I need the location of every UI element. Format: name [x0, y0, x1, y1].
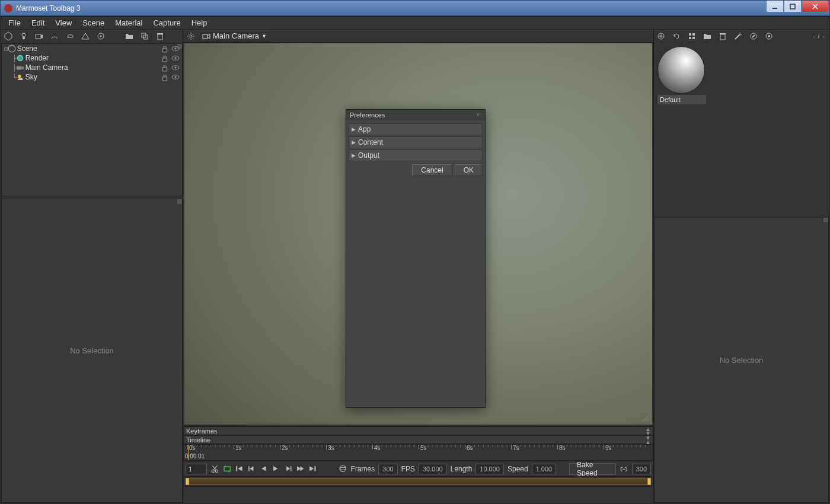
timeline-header[interactable]: Timeline ▼▲ [183, 435, 653, 444]
hierarchy-item[interactable]: ├ Render [2, 53, 182, 63]
window-minimize-button[interactable] [766, 1, 784, 12]
delete-icon[interactable] [718, 31, 727, 41]
prefs-section-output[interactable]: ▶Output [349, 149, 483, 161]
menu-edit[interactable]: Edit [27, 17, 49, 28]
cancel-button[interactable]: Cancel [412, 164, 452, 176]
material-swatch[interactable] [657, 46, 705, 94]
marker-icon[interactable] [749, 31, 758, 41]
hierarchy-item[interactable]: └ Sky [2, 72, 182, 82]
length-input[interactable]: 10.000 [475, 464, 504, 474]
scroll-handle[interactable] [823, 218, 828, 222]
add-sky-icon[interactable] [81, 31, 90, 41]
menu-help[interactable]: Help [187, 17, 212, 28]
sphere-icon[interactable] [339, 464, 347, 474]
scroll-handle[interactable] [177, 199, 182, 204]
sky-icon [16, 74, 24, 81]
timeline-track[interactable] [183, 476, 653, 487]
refresh-icon[interactable] [672, 31, 681, 41]
menu-file[interactable]: File [4, 17, 25, 28]
svg-point-18 [174, 57, 177, 59]
fps-input[interactable]: 30.000 [419, 464, 447, 474]
play-icon[interactable] [272, 464, 280, 474]
hierarchy-item-label: Sky [25, 73, 37, 81]
grid-icon[interactable] [687, 31, 697, 41]
visibility-icon[interactable] [171, 54, 180, 62]
menu-scene[interactable]: Scene [78, 17, 109, 28]
lock-icon[interactable] [161, 63, 169, 72]
camera-selector[interactable]: Main Camera ▼ [199, 30, 270, 42]
svg-point-15 [17, 55, 23, 60]
timeline-panel: Keyframes ▲▼ Timeline ▼▲ 0:00.01 0s1s2s3… [183, 426, 653, 503]
bake-frames-input[interactable]: 300 [632, 464, 651, 474]
expand-icon: ▶ [352, 126, 356, 132]
add-mesh-icon[interactable] [4, 31, 13, 41]
lock-icon[interactable] [161, 54, 169, 62]
preferences-titlebar[interactable]: Preferences × [346, 110, 485, 120]
folder-icon[interactable] [703, 31, 712, 41]
skip-start-icon[interactable] [235, 464, 244, 474]
frames-input[interactable]: 300 [378, 464, 397, 474]
menu-capture[interactable]: Capture [148, 17, 185, 28]
menu-material[interactable]: Material [110, 17, 147, 28]
add-shadow-icon[interactable] [50, 31, 59, 41]
viewport-settings-icon[interactable] [187, 32, 195, 40]
playhead-time: 0:00.01 [185, 453, 205, 460]
current-frame-input[interactable]: 1 [186, 464, 207, 474]
collapse-icon[interactable]: ▲▼ [645, 427, 651, 435]
lock-icon[interactable] [161, 44, 169, 53]
chevron-down-icon: ▼ [261, 33, 267, 39]
resize-handle-icon[interactable] [641, 414, 650, 422]
add-camera-icon[interactable] [34, 31, 44, 41]
keyframes-header[interactable]: Keyframes ▲▼ [183, 426, 653, 435]
next-frame-icon[interactable] [284, 464, 293, 474]
ok-button[interactable]: OK [455, 164, 483, 176]
preferences-dialog[interactable]: Preferences × ▶App ▶Content ▶Output Canc… [346, 109, 486, 408]
lock-icon[interactable] [161, 73, 169, 81]
no-selection-label: No Selection [70, 346, 114, 355]
speed-input[interactable]: 1.000 [532, 464, 557, 474]
svg-rect-40 [692, 33, 695, 36]
visibility-icon[interactable] [171, 44, 180, 53]
prev-frame-icon[interactable] [247, 464, 256, 474]
svg-rect-42 [692, 37, 695, 39]
link-icon[interactable] [620, 464, 628, 474]
visibility-icon[interactable] [171, 63, 180, 72]
range-end-handle[interactable] [647, 478, 651, 485]
prefs-section-app[interactable]: ▶App [349, 123, 483, 135]
add-fog-icon[interactable] [65, 31, 75, 41]
menu-view[interactable]: View [50, 17, 76, 28]
window-maximize-button[interactable] [784, 1, 802, 12]
hierarchy-root[interactable]: ⊟ Scene [2, 44, 182, 53]
hierarchy-panel[interactable]: ⊟ Scene ├ Render ├ Main Camera [1, 43, 183, 196]
target-icon[interactable] [764, 31, 774, 41]
prefs-section-content[interactable]: ▶Content [349, 136, 483, 148]
svg-rect-20 [163, 68, 167, 71]
add-turntable-icon[interactable] [96, 31, 106, 41]
play-reverse-icon[interactable] [259, 464, 268, 474]
timeline-range[interactable] [186, 478, 650, 485]
delete-icon[interactable] [155, 31, 165, 41]
duplicate-icon[interactable] [140, 31, 149, 41]
bake-speed-button[interactable]: Bake Speed [569, 463, 616, 475]
visibility-icon[interactable] [171, 73, 180, 81]
svg-rect-34 [290, 466, 292, 471]
object-toolbar [1, 30, 183, 43]
skip-end-icon[interactable] [308, 464, 317, 474]
close-icon[interactable]: × [476, 111, 483, 118]
folder-icon[interactable] [124, 31, 134, 41]
hierarchy-item-label: Render [25, 54, 49, 62]
cut-icon[interactable] [210, 464, 219, 474]
material-name-label[interactable]: Default [657, 95, 706, 104]
add-material-icon[interactable] [656, 31, 666, 41]
add-light-icon[interactable] [19, 31, 28, 41]
hierarchy-item[interactable]: ├ Main Camera [2, 63, 182, 72]
timeline-ruler[interactable]: 0:00.01 0s1s2s3s4s5s6s7s8s9s [183, 444, 653, 461]
next-key-icon[interactable] [296, 464, 305, 474]
window-close-button[interactable] [802, 1, 829, 12]
svg-point-29 [212, 470, 214, 473]
wand-icon[interactable] [733, 31, 743, 41]
range-start-handle[interactable] [186, 478, 189, 485]
window-titlebar[interactable]: Marmoset Toolbag 3 [0, 0, 830, 16]
loop-icon[interactable] [223, 464, 232, 474]
collapse-icon[interactable]: ▼▲ [645, 436, 651, 444]
